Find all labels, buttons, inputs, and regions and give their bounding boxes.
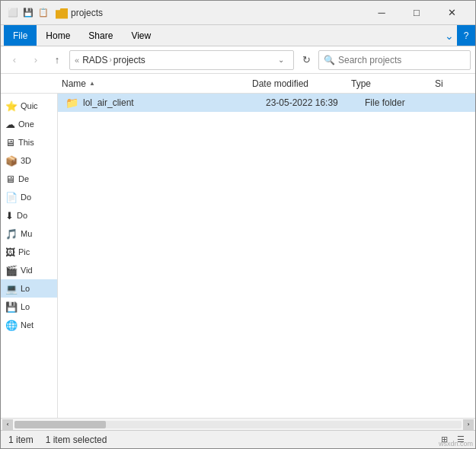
file-name: lol_air_client (83, 97, 266, 108)
sidebar-item-desktop[interactable]: 🖥 De (1, 170, 57, 188)
system-icon-3: 📋 (37, 7, 50, 19)
sidebar-item-label: Do (21, 193, 31, 202)
sidebar-item-this-pc[interactable]: 🖥 This (1, 133, 57, 151)
sidebar-item-label: Lo (21, 302, 30, 311)
nav-bar: ‹ › ↑ « RADS › projects ⌄ ↻ 🔍 (1, 46, 475, 74)
quick-access-icon: ⭐ (5, 100, 18, 112)
minimize-button[interactable]: ─ (364, 1, 399, 25)
sidebar-item-label: De (18, 174, 29, 183)
watermark: wsxdn.com (439, 440, 473, 447)
col-date[interactable]: Date modified (249, 78, 348, 89)
sidebar-item-onedrive[interactable]: ☁ One (1, 115, 57, 133)
local-disk2-icon: 💾 (5, 301, 18, 313)
local-disk-icon: 💻 (5, 283, 18, 295)
selected-count: 1 item selected (46, 435, 107, 445)
pictures-icon: 🖼 (5, 247, 15, 258)
tab-share[interactable]: Share (79, 25, 122, 46)
refresh-button[interactable]: ↻ (297, 51, 315, 69)
up-button[interactable]: ↑ (48, 51, 66, 69)
breadcrumb-projects[interactable]: projects (113, 55, 145, 65)
maximize-button[interactable]: □ (399, 1, 434, 25)
close-button[interactable]: ✕ (434, 1, 469, 25)
desktop-icon: 🖥 (5, 174, 15, 185)
col-size[interactable]: Si (432, 78, 446, 89)
sidebar-item-network[interactable]: 🌐 Net (1, 316, 57, 334)
tab-home[interactable]: Home (37, 25, 79, 46)
breadcrumb: RADS › projects (82, 55, 270, 65)
column-headers: Name ▲ Date modified Type Si (1, 74, 475, 94)
hscroll-track[interactable] (14, 421, 462, 428)
title-bar-system-icons: ⬜ 💾 📋 (7, 7, 50, 19)
search-box[interactable]: 🔍 (318, 50, 471, 70)
documents-icon: 📄 (5, 192, 18, 203)
tab-file[interactable]: File (4, 25, 37, 46)
window-controls: ─ □ ✕ (364, 1, 469, 25)
sidebar-item-label: Pic (18, 247, 30, 256)
search-icon: 🔍 (324, 55, 335, 65)
hscroll-left-button[interactable]: ‹ (2, 419, 13, 430)
sidebar-item-label: 3D (21, 156, 31, 165)
title-bar: ⬜ 💾 📋 projects ─ □ ✕ (1, 1, 475, 25)
system-icon-2: 💾 (22, 7, 34, 19)
hscroll-thumb[interactable] (14, 421, 106, 428)
sidebar-item-label: Quic (21, 101, 38, 110)
sort-arrow: ▲ (89, 80, 95, 87)
file-date: 23-05-2022 16:39 (266, 97, 365, 108)
file-type: File folder (365, 97, 449, 108)
sidebar-item-local-disk[interactable]: 💻 Lo (1, 279, 57, 298)
sidebar-item-3d-objects[interactable]: 📦 3D (1, 151, 57, 170)
sidebar: ⭐ Quic ☁ One 🖥 This 📦 3D 🖥 De 📄 Do (1, 94, 58, 418)
sidebar-item-label: Vid (21, 266, 33, 275)
sidebar-item-local-disk2[interactable]: 💾 Lo (1, 298, 57, 316)
status-bar: 1 item 1 item selected ⊞ ☰ (1, 430, 475, 448)
forward-button[interactable]: › (27, 51, 45, 69)
sidebar-item-videos[interactable]: 🎬 Vid (1, 261, 57, 279)
sidebar-item-quick-access[interactable]: ⭐ Quic (1, 97, 57, 115)
sidebar-item-label: Net (21, 320, 34, 330)
network-icon: 🌐 (5, 320, 18, 331)
sidebar-item-label: Mu (21, 229, 32, 238)
item-count: 1 item (8, 435, 34, 445)
tab-view[interactable]: View (122, 25, 160, 46)
system-icon-1: ⬜ (7, 7, 19, 19)
address-left-icon: « (75, 56, 79, 65)
help-button[interactable]: ? (457, 25, 475, 46)
window-title: projects (71, 8, 364, 18)
breadcrumb-sep-1: › (109, 56, 111, 64)
horizontal-scrollbar: ‹ › (1, 418, 475, 430)
col-type[interactable]: Type (348, 78, 432, 89)
hscroll-right-button[interactable]: › (463, 419, 474, 430)
ribbon-tabs: File Home Share View ⌄ ? (1, 25, 475, 46)
folder-icon: 📁 (65, 97, 78, 109)
sidebar-item-label: This (18, 138, 34, 147)
title-folder-icon (56, 7, 68, 19)
back-button[interactable]: ‹ (5, 51, 24, 69)
sidebar-item-documents[interactable]: 📄 Do (1, 188, 57, 206)
downloads-icon: ⬇ (5, 210, 14, 221)
sidebar-item-label: Lo (21, 284, 30, 293)
search-input[interactable] (338, 55, 465, 65)
this-pc-icon: 🖥 (5, 137, 15, 148)
address-dropdown-icon[interactable]: ⌄ (273, 56, 289, 64)
col-name[interactable]: Name ▲ (59, 78, 249, 89)
sidebar-item-pictures[interactable]: 🖼 Pic (1, 243, 57, 261)
onedrive-icon: ☁ (5, 119, 15, 130)
videos-icon: 🎬 (5, 265, 18, 276)
ribbon-expand-icon[interactable]: ⌄ (442, 25, 457, 46)
main-content: ⭐ Quic ☁ One 🖥 This 📦 3D 🖥 De 📄 Do (1, 94, 475, 418)
sidebar-item-label: Do (17, 211, 27, 220)
sidebar-item-label: One (18, 119, 34, 129)
sidebar-item-music[interactable]: 🎵 Mu (1, 224, 57, 243)
sidebar-item-downloads[interactable]: ⬇ Do (1, 206, 57, 224)
file-list: 📁 lol_air_client 23-05-2022 16:39 File f… (58, 94, 475, 418)
table-row[interactable]: 📁 lol_air_client 23-05-2022 16:39 File f… (58, 94, 475, 112)
music-icon: 🎵 (5, 228, 18, 240)
explorer-window: ⬜ 💾 📋 projects ─ □ ✕ File Home Share Vie… (0, 0, 476, 449)
address-bar[interactable]: « RADS › projects ⌄ (69, 50, 294, 70)
3d-objects-icon: 📦 (5, 155, 18, 167)
breadcrumb-rads[interactable]: RADS (82, 55, 107, 65)
